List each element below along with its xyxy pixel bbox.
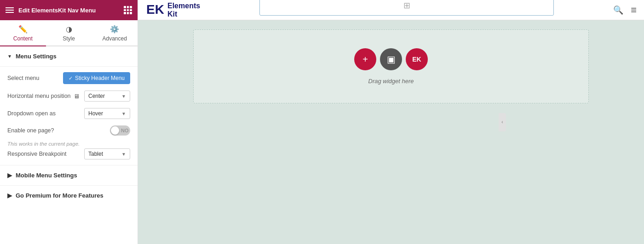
tab-advanced-label: Advanced (102, 35, 126, 42)
responsive-breakpoint-dropdown[interactable]: Tablet ▼ (84, 148, 130, 159)
drag-widget-text: Drag widget here (368, 78, 414, 85)
select-menu-value: Sticky Header Menu (75, 75, 125, 81)
horizontal-position-label: Horizontal menu position (7, 93, 71, 99)
tab-content-label: Content (13, 35, 33, 42)
toggle-knob (111, 126, 119, 135)
mobile-menu-settings-header[interactable]: ▶ Mobile Menu Settings (0, 165, 138, 185)
canvas-top-box: ⊞ (259, 0, 554, 16)
tab-style-label: Style (63, 35, 75, 42)
left-panel: Edit ElementsKit Nav Menu ✏️ Content ◑ S… (0, 0, 138, 244)
widget-buttons: + ▣ EK (354, 48, 428, 70)
horizontal-position-dropdown[interactable]: Center ▼ (84, 91, 130, 102)
monitor-icon: 🖥 (74, 93, 80, 100)
mobile-menu-settings-label: Mobile Menu Settings (16, 172, 77, 179)
premium-features-header[interactable]: ▶ Go Premium for More Features (0, 185, 138, 205)
toggle-no-label: NO (121, 128, 129, 133)
menu-button[interactable]: ≡ (631, 4, 637, 16)
premium-features-chevron: ▶ (7, 192, 12, 199)
dropdown-open-dropdown[interactable]: Hover ▼ (84, 108, 130, 119)
grid-icon[interactable] (124, 6, 132, 14)
hamburger-icon[interactable] (6, 7, 14, 13)
enable-one-page-label: Enable one page? (7, 127, 54, 134)
tabs-bar: ✏️ Content ◑ Style ⚙️ Advanced (0, 20, 138, 46)
add-widget-button[interactable]: + (354, 48, 376, 70)
logo-kit: Kit (167, 10, 200, 18)
svg-text:EK: EK (146, 2, 164, 17)
dropdown-open-row: Dropdown open as Hover ▼ (7, 108, 130, 119)
logo-area: EK Elements Kit (145, 1, 200, 19)
tab-content[interactable]: ✏️ Content (0, 20, 46, 46)
responsive-breakpoint-row: Responsive Breakpoint Tablet ▼ (0, 148, 138, 165)
responsive-breakpoint-label: Responsive Breakpoint (7, 151, 67, 157)
tab-style[interactable]: ◑ Style (46, 20, 92, 46)
horizontal-position-arrow-icon: ▼ (121, 94, 126, 99)
enable-one-page-row: Enable one page? NO (7, 125, 130, 136)
horizontal-position-label-group: Horizontal menu position 🖥 (7, 93, 80, 100)
menu-settings-title: Menu Settings (16, 53, 57, 60)
ek-widget-icon: EK (412, 56, 421, 63)
responsive-breakpoint-arrow-icon: ▼ (121, 152, 126, 157)
advanced-tab-icon: ⚙️ (110, 25, 119, 34)
hamburger-menu-icon: ≡ (631, 4, 637, 16)
select-menu-label: Select menu (7, 75, 39, 81)
dropdown-open-value: Hover (88, 110, 103, 117)
canvas-wrapper: + ▣ EK Drag widget here (138, 20, 644, 244)
responsive-breakpoint-value: Tablet (88, 151, 103, 157)
enable-one-page-toggle[interactable]: NO (110, 125, 130, 136)
dropdown-open-label: Dropdown open as (7, 110, 56, 117)
menu-settings-header[interactable]: ▼ Menu Settings (0, 46, 138, 67)
enable-one-page-toggle-container: NO (110, 125, 130, 136)
search-button[interactable]: 🔍 (613, 5, 623, 15)
select-menu-button[interactable]: ✓ Sticky Header Menu (63, 72, 130, 84)
canvas-table-icon: ⊞ (403, 0, 410, 11)
menu-settings-chevron: ▼ (7, 54, 12, 59)
style-tab-icon: ◑ (66, 25, 72, 34)
right-area: EK Elements Kit ⊞ 🔍 ≡ (138, 0, 644, 244)
folder-widget-button[interactable]: ▣ (380, 48, 402, 70)
ek-widget-button[interactable]: EK (406, 48, 428, 70)
search-icon: 🔍 (613, 6, 623, 15)
logo-text: Elements Kit (167, 2, 200, 18)
collapse-handle[interactable]: ‹ (499, 113, 506, 131)
main-content: ‹ EK Elements Kit ⊞ (138, 0, 644, 244)
tab-advanced[interactable]: ⚙️ Advanced (92, 20, 138, 46)
top-bar-title: Edit ElementsKit Nav Menu (18, 7, 96, 14)
horizontal-position-value: Center (88, 93, 105, 99)
right-icons: 🔍 ≡ (613, 4, 637, 16)
ek-logo: EK (145, 1, 164, 19)
logo-elements: Elements (167, 2, 200, 10)
premium-features-label: Go Premium for More Features (16, 192, 104, 199)
content-tab-icon: ✏️ (18, 25, 28, 34)
folder-icon: ▣ (387, 54, 396, 65)
form-area: Select menu ✓ Sticky Header Menu Horizon… (0, 67, 138, 141)
ek-logo-svg: EK (145, 1, 164, 19)
top-bar: Edit ElementsKit Nav Menu (0, 0, 138, 20)
dropdown-open-arrow-icon: ▼ (121, 111, 126, 116)
horizontal-position-row: Horizontal menu position 🖥 Center ▼ (7, 91, 130, 102)
widget-drop-area: + ▣ EK Drag widget here (193, 29, 589, 103)
right-toolbar: EK Elements Kit ⊞ 🔍 ≡ (138, 0, 644, 20)
select-menu-row: Select menu ✓ Sticky Header Menu (7, 72, 130, 84)
one-page-helper-text: This works in the current page. (0, 141, 138, 148)
mobile-menu-settings-chevron: ▶ (7, 172, 12, 179)
checkmark-icon: ✓ (69, 75, 73, 81)
